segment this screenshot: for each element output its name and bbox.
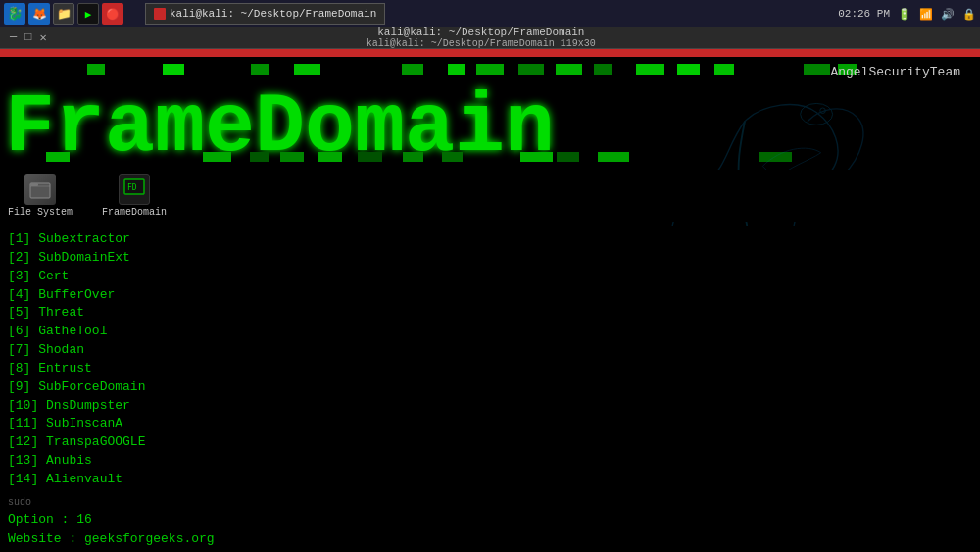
menu-item: [11] SubInscanA	[8, 415, 972, 433]
window-controls[interactable]: — □ ✕	[8, 30, 49, 45]
framedomain-icon-img: FD	[119, 174, 150, 205]
menu-item: [8] Entrust	[8, 360, 972, 378]
option-prompt: Option : 16	[8, 510, 972, 529]
menu-item: [2] SubDomainExt	[8, 249, 972, 268]
burp-icon[interactable]: 🔴	[102, 3, 123, 25]
angel-security-label: AngelSecurityTeam	[830, 65, 960, 79]
menu-item: [10] DnsDumpster	[8, 397, 972, 416]
time-display: 02:26 PM	[838, 8, 890, 20]
volume-icon: 🔊	[941, 8, 955, 21]
battery-icon: 🔋	[898, 8, 911, 21]
menu-item: [13] Anubis	[8, 452, 972, 471]
desktop-icons: File System FD FrameDomain	[0, 170, 980, 222]
kali-icon[interactable]: 🐉	[4, 3, 25, 25]
lock-icon: 🔒	[962, 8, 976, 21]
taskbar-right: 02:26 PM 🔋 📶 🔊 🔒	[838, 8, 976, 21]
svg-text:FD: FD	[127, 183, 137, 192]
menu-item: [4] BufferOver	[8, 286, 972, 305]
files-icon[interactable]: 📁	[53, 3, 74, 25]
taskbar: 🐉 🦊 📁 ▶ 🔴 kali@kali: ~/Desktop/FrameDoma…	[0, 0, 980, 27]
firefox-icon[interactable]: 🦊	[28, 3, 50, 25]
terminal-titlebar: — □ ✕ kali@kali: ~/Desktop/FrameDomain k…	[0, 27, 980, 49]
terminal-icon[interactable]: ▶	[77, 3, 99, 25]
prompt-area: sudo Option : 16 Website : geeksforgeeks…	[0, 491, 980, 552]
framedomain-label: FrameDomain	[102, 207, 167, 218]
menu-item: [12] TranspaGOOGLE	[8, 433, 972, 452]
red-banner	[0, 49, 980, 57]
website-prompt: Website : geeksforgeeks.org	[8, 529, 972, 549]
sudo-label: sudo	[8, 495, 972, 510]
framedomain-icon[interactable]: FD FrameDomain	[102, 174, 167, 218]
terminal-content[interactable]: [1] Subextractor[2] SubDomainExt[3] Cert…	[0, 226, 980, 491]
menu-item: [5] Threat	[8, 304, 972, 323]
network-icon: 📶	[919, 8, 933, 21]
window-title: kali@kali: ~/Desktop/FrameDomain	[170, 8, 376, 20]
active-window[interactable]: kali@kali: ~/Desktop/FrameDomain	[145, 3, 385, 25]
maximize-button[interactable]: □	[23, 30, 33, 45]
filesystem-label: File System	[8, 207, 73, 218]
menu-item: [6] GatheTool	[8, 323, 972, 341]
menu-item: [7] Shodan	[8, 341, 972, 360]
menu-item: [9] SubForceDomain	[8, 378, 972, 397]
minimize-button[interactable]: —	[8, 30, 19, 45]
taskbar-icons: 🐉 🦊 📁 ▶ 🔴 kali@kali: ~/Desktop/FrameDoma…	[4, 3, 838, 25]
header-area: File System FD FrameDomain AngelSecurity…	[0, 57, 980, 226]
terminal-window: — □ ✕ kali@kali: ~/Desktop/FrameDomain k…	[0, 27, 980, 552]
menu-list: [1] Subextractor[2] SubDomainExt[3] Cert…	[8, 230, 972, 491]
window-red-dot	[154, 8, 166, 20]
menu-item: [1] Subextractor	[8, 230, 972, 249]
svg-rect-3	[30, 183, 38, 186]
filesystem-icon[interactable]: File System	[8, 174, 73, 218]
terminal-title: kali@kali: ~/Desktop/FrameDomain	[49, 26, 913, 38]
close-button[interactable]: ✕	[37, 30, 48, 45]
menu-item: [3] Cert	[8, 268, 972, 286]
terminal-subtitle: kali@kali: ~/Desktop/FrameDomain 119x30	[49, 38, 913, 49]
filesystem-icon-img	[24, 174, 56, 205]
menu-item: [14] Alienvault	[8, 471, 972, 489]
